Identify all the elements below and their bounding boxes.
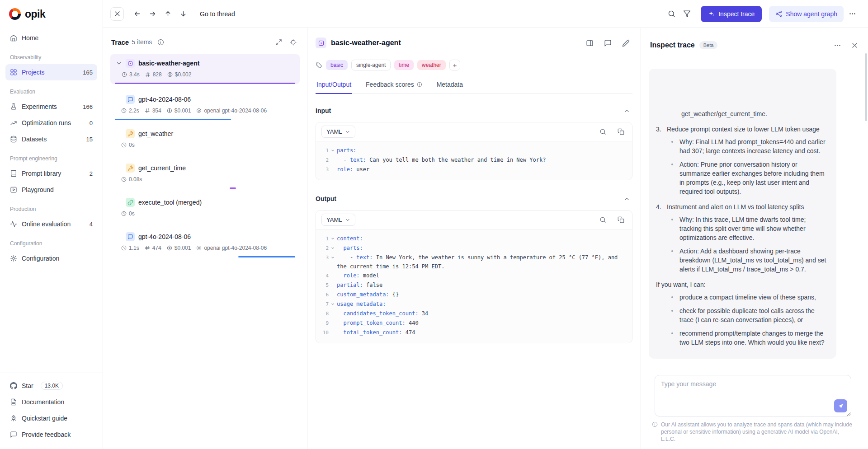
tag-weather[interactable]: weather <box>417 60 446 70</box>
tool-icon <box>126 164 135 173</box>
line-number: 2 <box>321 243 329 253</box>
model-icon <box>196 245 202 251</box>
sidebar-item-provide-feedback[interactable]: Provide feedback <box>5 426 97 443</box>
opik-logo-icon <box>9 8 21 20</box>
next-trace-button[interactable] <box>146 7 159 21</box>
duration-bar <box>115 119 231 120</box>
model-icon <box>196 108 202 113</box>
close-icon <box>113 10 121 18</box>
input-format-select[interactable]: YAML <box>321 126 355 138</box>
scrollbar-thumb[interactable] <box>865 53 867 121</box>
trace-row-gpt-4o-2024-08-06[interactable]: gpt-4o-2024-08-06 2.2s354$0.001openai gp… <box>110 90 300 120</box>
sidebar-item-online-evaluation[interactable]: Online evaluation4 <box>5 216 97 232</box>
output-copy-button[interactable] <box>615 214 627 226</box>
detail-header: basic-weather-agent basicsingle-agenttim… <box>307 28 641 94</box>
trace-row-get-current-time[interactable]: get_current_time 0.08s <box>110 159 300 189</box>
trace-row-execute-tool-merged[interactable]: execute_tool (merged) 0s <box>110 193 300 223</box>
go-to-thread-button[interactable]: Go to thread <box>195 8 240 20</box>
tab-feedback-scores[interactable]: Feedback scores <box>365 77 423 94</box>
detail-panel: basic-weather-agent basicsingle-agenttim… <box>307 28 641 449</box>
add-tag-button[interactable]: + <box>449 60 460 70</box>
home-icon <box>10 34 17 42</box>
logo[interactable]: opik <box>0 0 103 28</box>
chat-input-wrap <box>655 375 851 416</box>
detail-title-row: basic-weather-agent <box>316 36 632 50</box>
bullet-list: Why: In this trace, LLM time dwarfs tool… <box>670 215 829 274</box>
fold-chevron-icon[interactable] <box>329 146 337 153</box>
fold-chevron-icon[interactable] <box>329 243 337 250</box>
next-span-button[interactable] <box>176 7 190 21</box>
sidebar-item-playground[interactable]: Playground <box>5 182 97 198</box>
inspect-close-button[interactable] <box>848 39 861 51</box>
sidebar-item-star[interactable]: Star13.0K <box>5 378 97 394</box>
layout-button[interactable] <box>583 36 596 50</box>
search-button[interactable] <box>665 7 678 21</box>
arrow-down-icon <box>179 10 187 18</box>
span-title: basic-weather-agent <box>331 39 401 47</box>
input-code: 1parts:2 - text: Can you tell me both th… <box>316 141 632 180</box>
chevron-down-icon[interactable] <box>116 60 122 66</box>
tag-single-agent[interactable]: single-agent <box>351 60 391 70</box>
input-search-button[interactable] <box>597 126 609 138</box>
bullet-item: Action: Prune prior conversation history… <box>670 160 829 196</box>
tab-metadata[interactable]: Metadata <box>436 77 464 94</box>
send-button[interactable] <box>834 399 847 412</box>
trace-row-basic-weather-agent[interactable]: basic-weather-agent 3.4s828$0.002 <box>110 54 300 84</box>
output-format-select[interactable]: YAML <box>321 214 355 226</box>
show-agent-graph-button[interactable]: Show agent graph <box>769 6 844 22</box>
info-icon <box>417 82 422 87</box>
sidebar-item-datasets[interactable]: Datasets15 <box>5 131 97 147</box>
inspect-trace-button[interactable]: Inspect trace <box>701 6 762 22</box>
stat-coins: $0.002 <box>167 71 192 78</box>
tab-input-output[interactable]: Input/Output <box>316 77 352 94</box>
coins-icon <box>167 245 172 251</box>
copy-icon <box>618 128 624 135</box>
code-line: 5partial: false <box>321 281 627 290</box>
sidebar-item-quickstart-guide[interactable]: Quickstart guide <box>5 410 97 426</box>
edit-button[interactable] <box>619 36 632 50</box>
comment-button[interactable] <box>601 36 614 50</box>
trace-row-gpt-4o-2024-08-06[interactable]: gpt-4o-2024-08-06 1.1s474$0.001openai gp… <box>110 228 300 257</box>
chat-input[interactable] <box>655 375 851 416</box>
fold-chevron-icon[interactable] <box>329 299 337 306</box>
inspect-more-button[interactable] <box>831 39 844 51</box>
sidebar-item-optimization-runs[interactable]: Optimization runs0 <box>5 115 97 131</box>
collapse-output-button[interactable] <box>621 193 632 205</box>
close-trace-button[interactable] <box>110 7 124 21</box>
filter-button[interactable] <box>680 7 693 21</box>
stat-clock: 0s <box>121 210 135 217</box>
sidebar-item-projects[interactable]: Projects165 <box>5 64 97 80</box>
coins-icon <box>167 72 173 77</box>
dots-icon <box>834 42 841 49</box>
code-line: 3role: user <box>321 165 627 174</box>
expand-tree-button[interactable] <box>273 36 284 48</box>
sidebar-item-experiments[interactable]: Experiments166 <box>5 98 97 115</box>
collapse-input-button[interactable] <box>621 105 632 117</box>
chat-scroll-area[interactable]: get_weather/get_current_time.3.Reduce pr… <box>649 56 836 370</box>
star-count-badge: 13.0K <box>41 382 63 390</box>
sidebar-item-home[interactable]: Home <box>5 30 97 46</box>
sidebar-item-documentation[interactable]: Documentation <box>5 394 97 410</box>
line-number: 2 <box>321 155 329 165</box>
more-options-button[interactable] <box>845 7 859 21</box>
sidebar-item-configuration[interactable]: Configuration <box>5 250 97 267</box>
bullet-item: Action: Add a dashboard showing per-trac… <box>670 247 829 274</box>
bullet-list: Why: Final LLM had prompt_tokens=440 and… <box>670 137 829 196</box>
prev-span-button[interactable] <box>161 7 175 21</box>
sidebar-item-prompt-library[interactable]: Prompt library2 <box>5 165 97 182</box>
tag-basic[interactable]: basic <box>326 60 348 70</box>
trace-row-get-weather[interactable]: get_weather 0s <box>110 125 300 154</box>
fold-chevron-icon[interactable] <box>329 234 337 241</box>
trace-info-button[interactable] <box>155 36 166 48</box>
prev-trace-button[interactable] <box>130 7 144 21</box>
output-search-button[interactable] <box>597 214 609 226</box>
numbered-item: 4.Instrument and alert on LLM vs tool la… <box>656 202 829 211</box>
code-line: 1content: <box>321 234 627 243</box>
span-stats: 0.08s <box>121 176 294 182</box>
detail-tabs: Input/OutputFeedback scoresMetadata <box>316 77 632 94</box>
fold-chevron-icon[interactable] <box>329 253 337 260</box>
input-copy-button[interactable] <box>615 126 627 138</box>
focus-span-button[interactable] <box>287 36 299 48</box>
tag-time[interactable]: time <box>394 60 414 70</box>
agent-graph-icon <box>775 10 782 17</box>
